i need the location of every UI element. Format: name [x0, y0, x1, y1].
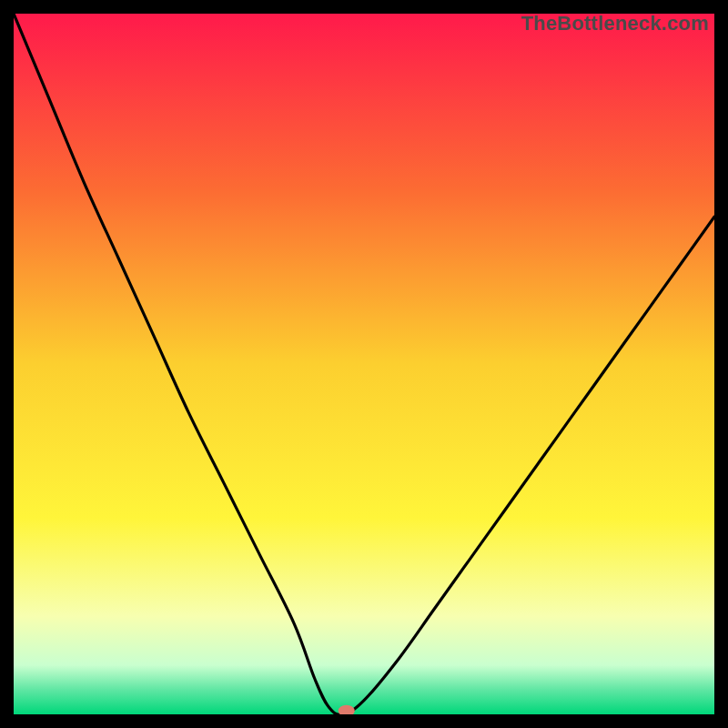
watermark-text: TheBottleneck.com	[521, 12, 709, 35]
chart-frame: TheBottleneck.com	[14, 14, 714, 714]
bottleneck-chart	[14, 14, 714, 714]
